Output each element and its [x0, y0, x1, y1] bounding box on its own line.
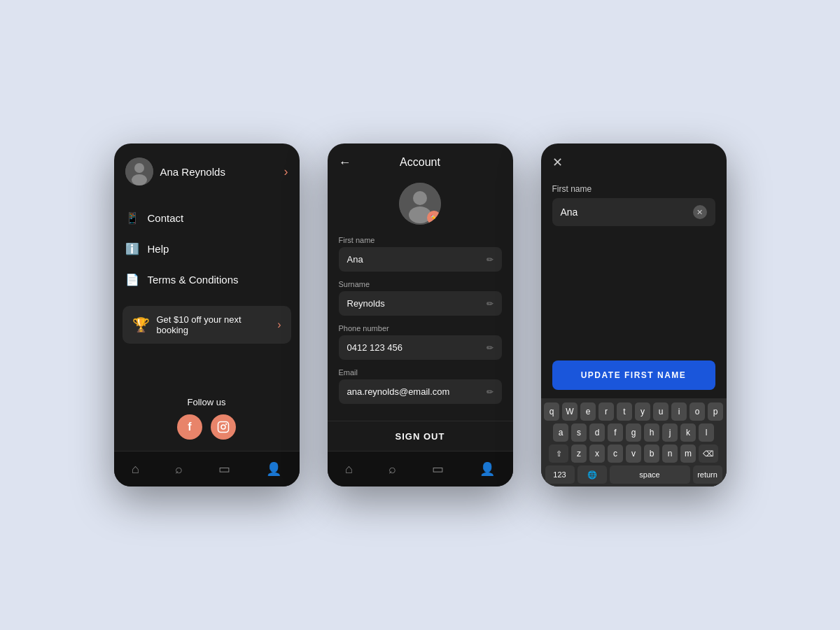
firstname-value: Ana [347, 254, 363, 265]
key-u[interactable]: u [653, 402, 668, 421]
key-backspace[interactable]: ⌫ [699, 444, 718, 463]
profile-pic-area: ✏️ [328, 177, 513, 236]
signout-area: SIGN OUT [328, 421, 513, 451]
firstname-edit-icon[interactable]: ✏ [486, 255, 493, 265]
firstname-label: First name [339, 236, 502, 244]
menu-header: Ana Reynolds › [114, 144, 300, 197]
nav-profile-icon[interactable]: 👤 [260, 458, 287, 479]
clear-input-button[interactable]: ✕ [693, 205, 707, 219]
menu-item-terms[interactable]: 📄 Terms & Conditions [114, 264, 300, 295]
key-c[interactable]: c [608, 444, 623, 463]
account-nav-home-icon[interactable]: ⌂ [340, 459, 358, 479]
promo-banner[interactable]: 🏆 Get $10 off your next booking › [122, 306, 291, 344]
email-group: Email ana.reynolds@email.com ✏ [339, 368, 502, 404]
svg-point-7 [413, 191, 427, 205]
account-form: First name Ana ✏ Surname Reynolds ✏ Phon… [328, 236, 513, 421]
nav-search-icon[interactable]: ⌕ [169, 459, 188, 479]
key-a[interactable]: a [553, 424, 568, 442]
promo-icon: 🏆 [132, 316, 150, 333]
kb-row-2: a s d f g h j k l [543, 424, 724, 442]
profile-avatar[interactable]: ✏️ [399, 183, 441, 225]
key-w[interactable]: W [562, 402, 578, 421]
key-p[interactable]: p [708, 402, 723, 421]
menu-list: 📱 Contact ℹ️ Help 📄 Terms & Conditions [114, 197, 300, 300]
close-button[interactable]: ✕ [552, 155, 563, 170]
account-screen: ← Account ✏️ First name Ana ✏ Surname Re… [328, 144, 513, 486]
phone-label: Phone number [339, 324, 502, 332]
promo-chevron-icon: › [277, 318, 281, 331]
key-j[interactable]: j [662, 424, 678, 442]
key-e[interactable]: e [580, 402, 596, 421]
phone-group: Phone number 0412 123 456 ✏ [339, 324, 502, 360]
chevron-right-icon[interactable]: › [284, 164, 288, 179]
key-s[interactable]: s [571, 424, 587, 442]
key-q[interactable]: q [544, 402, 559, 421]
key-m[interactable]: m [680, 444, 696, 463]
svg-point-5 [225, 424, 227, 425]
key-o[interactable]: o [690, 402, 705, 421]
signout-button[interactable]: SIGN OUT [396, 431, 445, 442]
user-profile-row[interactable]: Ana Reynolds [125, 158, 225, 186]
nav-home-icon[interactable]: ⌂ [126, 459, 145, 479]
key-globe[interactable]: 🌐 [578, 465, 607, 484]
instagram-button[interactable] [211, 414, 236, 440]
back-button[interactable]: ← [339, 155, 351, 170]
follow-label: Follow us [125, 397, 288, 407]
update-firstname-button[interactable]: UPDATE FIRST NAME [552, 360, 715, 390]
edit-photo-icon[interactable]: ✏️ [427, 211, 441, 225]
menu-terms-label: Terms & Conditions [148, 274, 239, 286]
nav-calendar-icon[interactable]: ▭ [213, 458, 236, 479]
key-z[interactable]: z [571, 444, 587, 463]
key-k[interactable]: k [680, 424, 696, 442]
edit-field-section: First name Ana ✕ [541, 176, 727, 352]
account-nav-calendar-icon[interactable]: ▭ [426, 458, 449, 479]
key-g[interactable]: g [626, 424, 641, 442]
key-v[interactable]: v [626, 444, 641, 463]
email-field[interactable]: ana.reynolds@email.com ✏ [339, 379, 502, 404]
key-return[interactable]: return [693, 465, 722, 484]
kb-row-3: ⇧ z x c v b n m ⌫ [543, 444, 724, 463]
edit-header: ✕ [541, 144, 727, 176]
social-icons: f [125, 414, 288, 440]
avatar [125, 158, 153, 186]
firstname-field[interactable]: Ana ✏ [339, 247, 502, 272]
key-x[interactable]: x [589, 444, 605, 463]
key-r[interactable]: r [598, 402, 614, 421]
phone-field[interactable]: 0412 123 456 ✏ [339, 335, 502, 360]
key-f[interactable]: f [608, 424, 623, 442]
menu-item-contact[interactable]: 📱 Contact [114, 202, 300, 233]
account-nav-search-icon[interactable]: ⌕ [383, 459, 402, 479]
key-shift[interactable]: ⇧ [549, 444, 568, 463]
phone-value: 0412 123 456 [347, 342, 403, 353]
svg-point-4 [221, 425, 225, 429]
edit-field-input-row[interactable]: Ana ✕ [552, 198, 715, 226]
menu-contact-label: Contact [148, 212, 184, 224]
kb-row-1: q W e r t y u i o p [543, 402, 724, 421]
key-t[interactable]: t [617, 402, 632, 421]
key-y[interactable]: y [635, 402, 650, 421]
terms-icon: 📄 [125, 272, 139, 286]
key-i[interactable]: i [671, 402, 687, 421]
key-space[interactable]: space [610, 465, 690, 484]
key-n[interactable]: n [662, 444, 678, 463]
user-name: Ana Reynolds [160, 166, 225, 178]
svg-rect-3 [218, 422, 229, 433]
svg-point-2 [132, 174, 147, 186]
promo-text: Get $10 off your next booking [157, 314, 271, 335]
key-h[interactable]: h [644, 424, 659, 442]
key-d[interactable]: d [589, 424, 605, 442]
account-nav-profile-icon[interactable]: 👤 [474, 458, 500, 479]
key-l[interactable]: l [699, 424, 714, 442]
menu-item-help[interactable]: ℹ️ Help [114, 233, 300, 264]
key-123[interactable]: 123 [545, 465, 575, 484]
menu-help-label: Help [148, 243, 169, 255]
surname-field[interactable]: Reynolds ✏ [339, 291, 502, 316]
email-edit-icon[interactable]: ✏ [486, 387, 493, 397]
svg-point-1 [134, 163, 144, 173]
facebook-button[interactable]: f [177, 414, 202, 440]
menu-screen: Ana Reynolds › 📱 Contact ℹ️ Help 📄 Terms… [114, 144, 300, 486]
surname-edit-icon[interactable]: ✏ [486, 299, 493, 309]
surname-value: Reynolds [347, 298, 385, 309]
phone-edit-icon[interactable]: ✏ [486, 343, 493, 353]
key-b[interactable]: b [644, 444, 659, 463]
